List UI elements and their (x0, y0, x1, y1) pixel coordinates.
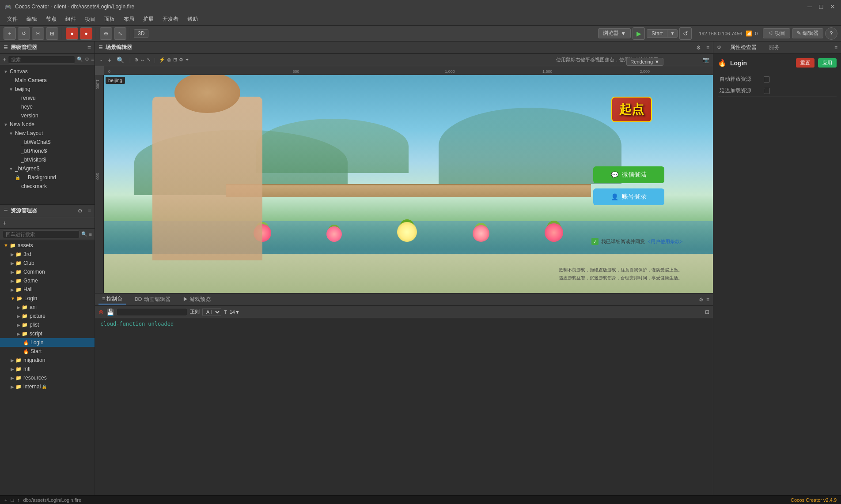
move-button[interactable]: ⊕ (100, 27, 112, 40)
console-save-icon[interactable]: 💾 (106, 308, 114, 316)
scene-tool6[interactable]: ⊞ (173, 57, 177, 63)
statusbar-add-icon[interactable]: + (4, 497, 7, 503)
hierarchy-add-icon[interactable]: + (3, 56, 6, 63)
menu-item-扩展[interactable]: 扩展 (140, 15, 157, 24)
toolbar-refresh-button[interactable]: ↺ (679, 27, 692, 40)
maximize-button[interactable]: □ (817, 3, 825, 11)
close-button[interactable]: ✕ (829, 3, 837, 11)
inspector-tab[interactable]: 属性检查器 (727, 43, 760, 52)
assets-item-root[interactable]: ▼ 📁 assets (0, 241, 95, 250)
agree-link[interactable]: <用户使用条款> (648, 238, 682, 245)
console-settings-icon[interactable]: ⚙ (699, 297, 704, 303)
wechat-login-button[interactable]: 💬 微信登陆 (593, 166, 664, 183)
assets-add-icon[interactable]: + (3, 219, 6, 226)
assets-item-login[interactable]: ▼ 📂 Login (0, 294, 95, 303)
assets-filter-icon[interactable]: ≡ (89, 232, 92, 237)
auto-release-checkbox[interactable] (764, 76, 770, 83)
rendering-button[interactable]: Rendering ▼ (626, 58, 663, 66)
browser-button[interactable]: 浏览器 ▼ (598, 28, 631, 38)
inspector-menu-icon[interactable]: ≡ (834, 45, 837, 51)
minimize-button[interactable]: ─ (806, 3, 814, 11)
menu-item-组件[interactable]: 组件 (62, 15, 80, 24)
hierarchy-sort-icon[interactable]: ≡ (91, 57, 94, 62)
hierarchy-search-icon[interactable]: 🔍 (77, 56, 83, 62)
cut-button[interactable]: ✂ (32, 27, 44, 40)
assets-item-migration[interactable]: ▶ 📁 migration (0, 356, 95, 365)
scene-tool8[interactable]: ✦ (185, 57, 189, 63)
help-button[interactable]: ? (825, 27, 837, 40)
zoom-icon[interactable]: 🔍 (115, 56, 126, 64)
zoom-out-button[interactable]: - (98, 56, 104, 64)
redo-button[interactable]: ● (80, 27, 92, 40)
console-tab-preview[interactable]: ▶ 游戏预览 (179, 295, 214, 304)
menu-item-节点[interactable]: 节点 (42, 15, 60, 24)
assets-item-club[interactable]: ▶ 📁 Club (0, 259, 95, 267)
console-tab-animation[interactable]: ⌦ 动画编辑器 (131, 295, 174, 304)
camera-icon[interactable]: 📷 (702, 56, 709, 63)
statusbar-layout-icon[interactable]: □ (11, 497, 14, 503)
assets-item-login-js[interactable]: 🔥 Login (0, 338, 95, 347)
tree-item-canvas[interactable]: ▼ Canvas (0, 67, 95, 76)
scene-menu-icon[interactable]: ≡ (706, 45, 709, 51)
tree-item-btphone[interactable]: _btPhone$ (0, 147, 95, 155)
scene-tool1[interactable]: ⊕ (134, 57, 138, 63)
tree-item-btvisitor[interactable]: _btVisitor$ (0, 155, 95, 164)
scene-tool7[interactable]: ⚙ (179, 57, 183, 63)
console-filter-input[interactable] (117, 308, 187, 316)
hierarchy-filter-icon[interactable]: ⚙ (85, 56, 89, 62)
play-button[interactable]: ▶ (633, 27, 645, 40)
tree-item-checkmark[interactable]: checkmark (0, 182, 95, 191)
menu-item-项目[interactable]: 项目 (81, 15, 99, 24)
undo-button[interactable]: ● (66, 27, 78, 40)
assets-item-common[interactable]: ▶ 📁 Common (0, 267, 95, 276)
console-level-select[interactable]: All (202, 308, 221, 316)
assets-item-internal[interactable]: ▶ 📁 internal 🔒 (0, 382, 95, 391)
tree-item-btwechat[interactable]: _btWeChat$ (0, 138, 95, 147)
statusbar-upload-icon[interactable]: ↑ (17, 497, 20, 503)
apply-button[interactable]: 应用 (818, 58, 837, 68)
lazy-load-checkbox[interactable] (764, 88, 770, 94)
refresh-button[interactable]: ↺ (18, 27, 30, 40)
hierarchy-menu-icon[interactable]: ≡ (87, 44, 91, 51)
console-clear-icon[interactable]: ⊗ (98, 308, 104, 316)
tree-item-new-layout[interactable]: ▼ New Layout (0, 129, 95, 138)
scene-tool3[interactable]: ⤡ (147, 57, 151, 63)
assets-item-3rd[interactable]: ▶ 📁 3rd (0, 250, 95, 259)
menu-item-布局[interactable]: 布局 (120, 15, 138, 24)
scene-tool4[interactable]: ⚡ (159, 57, 165, 63)
menu-item-面板[interactable]: 面板 (101, 15, 118, 24)
scene-settings-icon[interactable]: ⚙ (696, 45, 701, 51)
scene-tool5[interactable]: ◎ (167, 57, 171, 63)
assets-item-plist[interactable]: ▶ 📁 plist (0, 320, 95, 329)
assets-settings-icon[interactable]: ⚙ (78, 208, 83, 214)
assets-item-hall[interactable]: ▶ 📁 Hall (0, 285, 95, 294)
tree-item-background[interactable]: 🔒 Background (0, 173, 95, 182)
tree-item-btagree[interactable]: ▼ _btAgree$ (0, 164, 95, 173)
project-button[interactable]: ◁ 项目 (763, 28, 790, 38)
menu-item-编辑[interactable]: 编辑 (23, 15, 41, 24)
console-menu-icon[interactable]: ≡ (706, 297, 709, 303)
tree-item-new-node[interactable]: ▼ New Node (0, 120, 95, 129)
reset-button[interactable]: 重置 (796, 58, 814, 68)
services-tab[interactable]: 服务 (765, 43, 783, 52)
console-expand-icon[interactable]: ⊡ (705, 309, 709, 315)
menu-item-开发者[interactable]: 开发者 (159, 15, 182, 24)
menu-item-文件[interactable]: 文件 (4, 15, 21, 24)
start-label[interactable]: Start (647, 30, 667, 38)
tree-item-main-camera[interactable]: Main Camera (0, 76, 95, 85)
start-arrow[interactable]: ▼ (667, 30, 677, 37)
assets-item-ani[interactable]: ▶ 📁 ani (0, 303, 95, 312)
assets-item-resources[interactable]: ▶ 📁 resources (0, 373, 95, 382)
scale-button[interactable]: ⤡ (114, 27, 126, 40)
menu-item-帮助[interactable]: 帮助 (184, 15, 201, 24)
assets-search-icon[interactable]: 🔍 (81, 231, 87, 237)
new-button[interactable]: + (4, 27, 16, 40)
tree-item-renwu[interactable]: renwu (0, 94, 95, 102)
3d-button[interactable]: 3D (134, 29, 148, 38)
assets-menu-icon[interactable]: ≡ (88, 208, 91, 214)
account-login-button[interactable]: 👤 账号登录 (593, 188, 664, 205)
tree-item-beijing[interactable]: ▼ beijing (0, 85, 95, 94)
tree-item-heye[interactable]: heye (0, 102, 95, 111)
copy-button[interactable]: ⊞ (46, 27, 58, 40)
assets-item-script[interactable]: ▶ 📁 script (0, 329, 95, 338)
